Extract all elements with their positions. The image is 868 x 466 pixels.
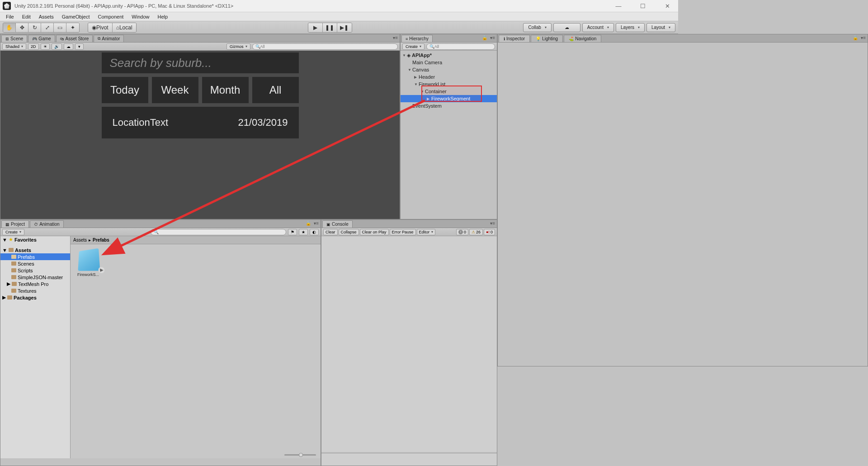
hierarchy-item-fireworksegment[interactable]: ▶FireworkSegment <box>401 95 497 102</box>
console-err-count[interactable]: ●!0 <box>484 229 495 235</box>
panel-menu-icon[interactable]: ▾≡ <box>490 35 495 40</box>
play-button[interactable]: ▶ <box>308 23 323 32</box>
cloud-button[interactable]: ☁ <box>553 23 580 32</box>
asset-label: FireworkS... <box>75 272 101 277</box>
scene-panel: ⊞Scene 🎮Game 🛍Asset Store ⧉Animator ▾≡ S… <box>0 34 400 219</box>
project-folder-scripts[interactable]: Scripts <box>0 267 70 274</box>
tab-scene[interactable]: ⊞Scene <box>1 35 27 42</box>
project-folder-scenes[interactable]: Scenes <box>0 260 70 267</box>
hand-tool-button[interactable]: ✋ <box>3 23 16 32</box>
panel-menu-icon[interactable]: ▾≡ <box>314 221 319 226</box>
effects-dropdown[interactable]: ▾ <box>75 43 84 50</box>
collab-dropdown[interactable]: Collab <box>523 23 551 32</box>
move-tool-button[interactable]: ✥ <box>16 23 28 32</box>
transform-tools: ✋ ✥ ↻ ⤢ ▭ ✦ <box>3 23 80 33</box>
console-clear-button[interactable]: Clear <box>323 229 338 235</box>
step-button[interactable]: ▶❚ <box>337 23 352 32</box>
app-search-field: Search by suburb... <box>102 52 299 73</box>
rect-tool-button[interactable]: ▭ <box>54 23 66 32</box>
console-warn-count[interactable]: ⚠26 <box>469 229 483 235</box>
menu-file[interactable]: File <box>2 13 18 21</box>
project-folder-simplejson[interactable]: SimpleJSON-master <box>0 274 70 281</box>
breadcrumb-prefabs[interactable]: Prefabs <box>93 238 109 243</box>
hierarchy-item-container[interactable]: ▼Container <box>401 88 497 95</box>
menu-edit[interactable]: Edit <box>18 13 35 21</box>
menu-component[interactable]: Component <box>94 13 127 21</box>
hierarchy-item-eventsystem[interactable]: EventSystem <box>401 102 497 109</box>
main-toolbar: ✋ ✥ ↻ ⤢ ▭ ✦ ◉ Pivot ⌂ Local ▶ ❚❚ ▶❚ Coll… <box>0 21 678 34</box>
menu-gameobject[interactable]: GameObject <box>58 13 94 21</box>
project-folder-prefabs[interactable]: Prefabs <box>0 253 70 260</box>
project-search[interactable]: 🔍 <box>151 229 286 235</box>
panel-menu-icon[interactable]: ▾≡ <box>490 221 495 226</box>
console-info-count[interactable]: !0 <box>456 229 468 235</box>
console-collapse-button[interactable]: Collapse <box>339 229 359 235</box>
tab-console[interactable]: ▣Console <box>322 220 353 228</box>
project-filter-icon[interactable]: ⚑ <box>288 229 297 235</box>
rotate-tool-button[interactable]: ↻ <box>28 23 41 32</box>
menu-window[interactable]: Window <box>127 13 153 21</box>
panel-lock-icon[interactable]: 🔒 <box>482 35 487 40</box>
console-panel: ▣Console ▾≡ Clear Collapse Clear on Play… <box>321 219 497 366</box>
console-editor-dropdown[interactable]: Editor <box>417 229 436 235</box>
app-firework-segment: LocationText 21/03/2019 <box>102 107 299 138</box>
tab-inspector[interactable]: ℹInspector <box>499 35 530 42</box>
project-packages[interactable]: ▶Packages <box>0 294 70 301</box>
console-clear-on-play-button[interactable]: Clear on Play <box>360 229 389 235</box>
toggle-2d[interactable]: 2D <box>28 43 39 50</box>
hierarchy-item-header[interactable]: ▶Header <box>401 73 497 81</box>
hierarchy-search[interactable]: 🔍 All <box>426 43 495 50</box>
menu-bar: File Edit Assets GameObject Component Wi… <box>0 12 678 21</box>
hierarchy-item-fireworklist[interactable]: ▼FireworkList <box>401 81 497 88</box>
project-folder-textures[interactable]: Textures <box>0 287 70 294</box>
project-favorite-icon[interactable]: ★ <box>299 229 308 235</box>
local-toggle[interactable]: ⌂ Local <box>113 23 136 32</box>
breadcrumb-assets[interactable]: Assets <box>73 238 87 243</box>
hierarchy-item-canvas[interactable]: ▼Canvas <box>401 66 497 73</box>
audio-toggle[interactable]: 🔊 <box>52 43 62 50</box>
gizmos-dropdown[interactable]: Gizmos <box>226 43 250 50</box>
project-favorites[interactable]: ▼★Favorites <box>0 236 70 243</box>
tab-animation[interactable]: ⏱Animation <box>30 220 63 228</box>
pivot-toggle[interactable]: ◉ Pivot <box>88 23 113 32</box>
hierarchy-item-main-camera[interactable]: Main Camera <box>401 59 497 66</box>
console-log-area[interactable] <box>321 236 497 366</box>
menu-assets[interactable]: Assets <box>35 13 58 21</box>
scene-viewport[interactable]: Search by suburb... Today Week Month All… <box>0 51 400 219</box>
menu-help[interactable]: Help <box>153 13 172 21</box>
asset-firework-segment-prefab[interactable]: FireworkS... <box>75 249 101 277</box>
scale-tool-button[interactable]: ⤢ <box>41 23 54 32</box>
scene-search[interactable]: 🔍 All <box>252 43 398 50</box>
fx-toggle[interactable]: ☁ <box>64 43 73 50</box>
account-dropdown[interactable]: Account <box>582 23 614 32</box>
tab-game[interactable]: 🎮Game <box>28 35 55 42</box>
window-close-button[interactable]: ✕ <box>659 1 675 11</box>
lighting-toggle[interactable]: ☀ <box>41 43 50 50</box>
pause-button[interactable]: ❚❚ <box>323 23 337 32</box>
tab-asset-store[interactable]: 🛍Asset Store <box>56 35 93 42</box>
layout-dropdown[interactable]: Layout <box>646 23 675 32</box>
app-location-text: LocationText <box>113 117 169 128</box>
tab-hierarchy[interactable]: ≡Hierarchy <box>401 35 433 42</box>
tab-lighting[interactable]: 💡Lighting <box>531 35 563 42</box>
tab-navigation[interactable]: ⛳Navigation <box>564 35 601 42</box>
inspector-panel: ℹInspector 💡Lighting ⛳Navigation 🔒▾≡ <box>497 34 678 366</box>
project-hidden-icon[interactable]: ◐ <box>310 229 319 235</box>
project-create-dropdown[interactable]: Create <box>2 229 24 235</box>
tab-project[interactable]: ▦Project <box>1 220 29 228</box>
window-minimize-button[interactable]: — <box>610 1 627 11</box>
hierarchy-scene-root[interactable]: ▼◈APIApp* <box>401 52 497 59</box>
hierarchy-create-dropdown[interactable]: Create <box>402 43 425 50</box>
layers-dropdown[interactable]: Layers <box>616 23 645 32</box>
project-folder-textmeshpro[interactable]: ▶TextMesh Pro <box>0 281 70 287</box>
console-error-pause-button[interactable]: Error Pause <box>390 229 416 235</box>
window-maximize-button[interactable]: ☐ <box>635 1 651 11</box>
panel-lock-icon[interactable]: 🔒 <box>306 221 311 226</box>
tab-animator[interactable]: ⧉Animator <box>94 35 124 42</box>
app-tab-week: Week <box>152 77 198 103</box>
transform-tool-button[interactable]: ✦ <box>66 23 79 32</box>
project-assets-root[interactable]: ▼Assets <box>0 247 70 253</box>
panel-menu-icon[interactable]: ▾≡ <box>393 35 398 40</box>
shading-mode-dropdown[interactable]: Shaded <box>2 43 26 50</box>
project-folder-tree: ▼★Favorites ▼Assets Prefabs Scenes Scrip… <box>0 236 71 366</box>
